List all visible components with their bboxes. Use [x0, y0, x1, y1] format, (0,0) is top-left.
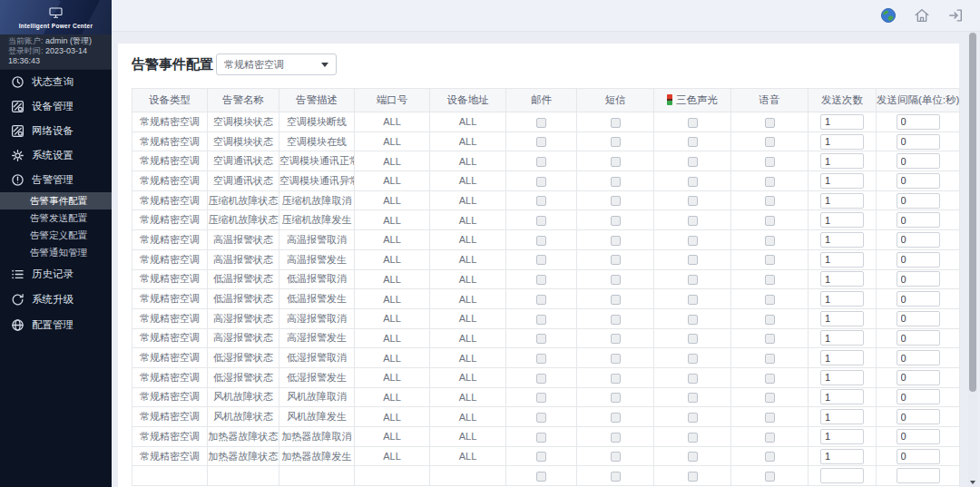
send_count-input[interactable] [820, 291, 864, 307]
light-checkbox[interactable] [688, 374, 698, 384]
sms-checkbox[interactable] [611, 255, 621, 265]
voice-checkbox[interactable] [765, 374, 775, 384]
voice-checkbox[interactable] [765, 118, 775, 128]
sms-checkbox[interactable] [611, 354, 621, 364]
globe-icon[interactable] [880, 7, 897, 24]
light-checkbox[interactable] [688, 393, 698, 403]
send_interval-input[interactable] [897, 468, 940, 483]
send_count-input[interactable] [820, 330, 864, 346]
voice-checkbox[interactable] [765, 393, 775, 403]
sidebar-subitem[interactable]: 告警通知管理 [0, 244, 112, 261]
send_count-input[interactable] [820, 429, 864, 444]
sms-checkbox[interactable] [611, 275, 621, 285]
send_count-input[interactable] [820, 252, 864, 268]
voice-checkbox[interactable] [765, 354, 775, 364]
sidebar-item-0[interactable]: 状态查询 [0, 70, 112, 94]
sidebar-subitem[interactable]: 告警发送配置 [0, 209, 112, 227]
sidebar-subitem[interactable]: 告警事件配置 [0, 192, 112, 209]
email-checkbox[interactable] [536, 275, 546, 285]
email-checkbox[interactable] [536, 295, 546, 305]
send_count-input[interactable] [820, 173, 864, 189]
sms-checkbox[interactable] [611, 196, 621, 206]
send_interval-input[interactable] [897, 193, 940, 209]
email-checkbox[interactable] [536, 137, 546, 147]
sidebar-item-2[interactable]: 网络设备 [0, 119, 112, 143]
send_interval-input[interactable] [897, 409, 940, 424]
email-checkbox[interactable] [536, 374, 546, 384]
send_interval-input[interactable] [897, 291, 940, 307]
light-checkbox[interactable] [688, 452, 698, 462]
sidebar-subitem[interactable]: 告警定义配置 [0, 227, 112, 244]
scrollbar-thumb[interactable] [969, 33, 976, 392]
light-checkbox[interactable] [688, 472, 698, 482]
send_count-input[interactable] [820, 370, 864, 385]
sms-checkbox[interactable] [611, 118, 621, 128]
home-icon[interactable] [914, 7, 930, 24]
sidebar-item-4[interactable]: 告警管理 [0, 168, 112, 192]
send_interval-input[interactable] [897, 252, 940, 268]
send_interval-input[interactable] [897, 153, 940, 169]
email-checkbox[interactable] [536, 393, 546, 403]
voice-checkbox[interactable] [765, 433, 775, 443]
sms-checkbox[interactable] [611, 315, 621, 325]
light-checkbox[interactable] [688, 157, 698, 167]
light-checkbox[interactable] [688, 295, 698, 305]
email-checkbox[interactable] [536, 315, 546, 325]
sms-checkbox[interactable] [611, 216, 621, 226]
light-checkbox[interactable] [688, 413, 698, 423]
sidebar-item-3[interactable]: 系统设置 [0, 143, 112, 168]
send_interval-input[interactable] [897, 330, 940, 346]
voice-checkbox[interactable] [765, 472, 775, 482]
voice-checkbox[interactable] [765, 196, 775, 206]
email-checkbox[interactable] [536, 334, 546, 344]
voice-checkbox[interactable] [765, 177, 775, 187]
email-checkbox[interactable] [536, 216, 546, 226]
light-checkbox[interactable] [688, 118, 698, 128]
send_interval-input[interactable] [897, 449, 940, 464]
email-checkbox[interactable] [536, 433, 546, 443]
voice-checkbox[interactable] [765, 452, 775, 462]
light-checkbox[interactable] [688, 275, 698, 285]
voice-checkbox[interactable] [765, 137, 775, 147]
send_count-input[interactable] [820, 350, 864, 365]
sms-checkbox[interactable] [611, 177, 621, 187]
sidebar-item-7[interactable]: 配置管理 [0, 312, 112, 337]
send_interval-input[interactable] [897, 311, 940, 326]
send_count-input[interactable] [820, 193, 864, 209]
sms-checkbox[interactable] [611, 413, 621, 423]
voice-checkbox[interactable] [765, 216, 775, 226]
email-checkbox[interactable] [536, 118, 546, 128]
scrollbar-down-arrow-icon[interactable] [970, 481, 975, 484]
send_interval-input[interactable] [897, 350, 940, 365]
sms-checkbox[interactable] [611, 236, 621, 246]
voice-checkbox[interactable] [765, 255, 775, 265]
sms-checkbox[interactable] [611, 393, 621, 403]
light-checkbox[interactable] [688, 216, 698, 226]
send_interval-input[interactable] [897, 429, 940, 444]
voice-checkbox[interactable] [765, 157, 775, 167]
sms-checkbox[interactable] [611, 433, 621, 443]
sms-checkbox[interactable] [611, 472, 621, 482]
light-checkbox[interactable] [688, 315, 698, 325]
send_count-input[interactable] [820, 389, 864, 404]
send_interval-input[interactable] [897, 134, 940, 150]
send_interval-input[interactable] [897, 232, 940, 248]
voice-checkbox[interactable] [765, 315, 775, 325]
send_interval-input[interactable] [897, 114, 940, 130]
send_count-input[interactable] [820, 232, 864, 248]
send_count-input[interactable] [820, 134, 864, 150]
logout-icon[interactable] [947, 7, 964, 24]
voice-checkbox[interactable] [765, 236, 775, 246]
light-checkbox[interactable] [688, 236, 698, 246]
light-checkbox[interactable] [688, 334, 698, 344]
sidebar-item-6[interactable]: 系统升级 [0, 287, 112, 312]
sidebar-item-5[interactable]: 历史记录 [0, 261, 112, 287]
sms-checkbox[interactable] [611, 334, 621, 344]
send_interval-input[interactable] [897, 370, 940, 385]
send_interval-input[interactable] [897, 173, 940, 189]
send_count-input[interactable] [820, 468, 864, 483]
sms-checkbox[interactable] [611, 157, 621, 167]
email-checkbox[interactable] [536, 255, 546, 265]
email-checkbox[interactable] [536, 236, 546, 246]
send_count-input[interactable] [820, 409, 864, 424]
